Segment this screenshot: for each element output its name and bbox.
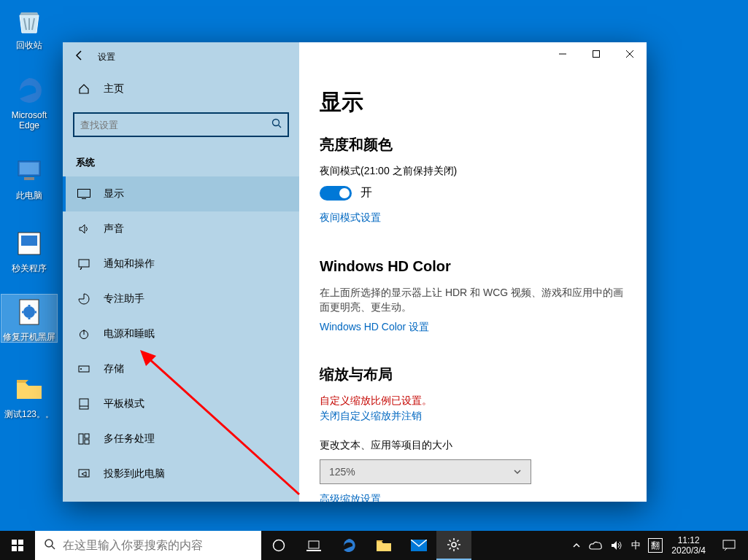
- content-pane: 显示 亮度和颜色 夜间模式(21:00 之前保持关闭) 开 夜间模式设置 Win…: [299, 71, 647, 502]
- start-button[interactable]: [0, 531, 35, 560]
- gear-script-icon: [12, 295, 47, 330]
- tray-ime-mode[interactable]: 翻: [648, 538, 663, 553]
- sound-icon: [76, 223, 92, 235]
- section-hd-color: Windows HD Color: [320, 258, 626, 275]
- svg-rect-4: [21, 236, 37, 246]
- nav-project[interactable]: 投影到此电脑: [63, 456, 299, 491]
- svg-rect-24: [18, 546, 23, 551]
- tablet-icon: [76, 398, 92, 410]
- close-button[interactable]: [613, 43, 647, 65]
- svg-rect-22: [18, 540, 23, 545]
- svg-rect-21: [12, 540, 17, 545]
- app-icon: [12, 226, 47, 261]
- svg-rect-14: [80, 399, 88, 409]
- search-input[interactable]: [74, 120, 266, 131]
- night-mode-label: 夜间模式(21:00 之前保持关闭): [320, 165, 626, 178]
- project-icon: [76, 468, 92, 480]
- search-box[interactable]: [73, 112, 289, 137]
- recycle-bin-icon: [12, 3, 47, 38]
- tray-ime-lang[interactable]: 中: [627, 531, 645, 560]
- nav-tablet[interactable]: 平板模式: [63, 386, 299, 421]
- desktop-icon-this-pc[interactable]: 此电脑: [1, 153, 57, 201]
- tray-volume[interactable]: [606, 531, 627, 560]
- nav-power[interactable]: 电源和睡眠: [63, 316, 299, 351]
- search-icon: [44, 538, 55, 553]
- toggle-state: 开: [360, 185, 372, 201]
- nav-storage[interactable]: 存储: [63, 351, 299, 386]
- folder-icon: [12, 372, 47, 407]
- section-brightness: 亮度和颜色: [320, 135, 626, 155]
- titlebar[interactable]: 设置: [63, 42, 647, 71]
- svg-rect-15: [79, 434, 83, 444]
- edge-icon: [12, 73, 47, 108]
- cortana-button[interactable]: [261, 531, 296, 560]
- svg-rect-9: [78, 190, 90, 198]
- svg-point-13: [80, 368, 82, 370]
- taskbar: 在这里输入你要搜索的内容 中 翻 11:12 2020/3/4: [0, 531, 748, 560]
- windows-icon: [12, 540, 23, 551]
- text-size-label: 更改文本、应用等项目的大小: [320, 439, 626, 452]
- taskbar-edge[interactable]: [331, 531, 366, 560]
- advanced-scale-link[interactable]: 高级缩放设置: [320, 493, 381, 502]
- multitask-icon: [76, 433, 92, 445]
- nav-focus[interactable]: 专注助手: [63, 281, 299, 316]
- svg-rect-17: [85, 440, 89, 444]
- scale-dropdown[interactable]: 125%: [320, 459, 531, 484]
- svg-point-25: [45, 540, 53, 547]
- desktop-icon-edge[interactable]: Microsoft Edge: [1, 73, 57, 131]
- settings-window: 设置 主页 系统 显示 声音: [63, 42, 647, 502]
- section-scale: 缩放与布局: [320, 365, 626, 384]
- power-icon: [76, 328, 92, 340]
- svg-point-26: [274, 540, 285, 551]
- tray-clock[interactable]: 11:12 2020/3/4: [666, 535, 712, 556]
- notification-icon: [76, 258, 92, 270]
- night-mode-toggle[interactable]: [320, 186, 352, 201]
- svg-rect-10: [79, 260, 89, 267]
- desktop-icon-shutdown[interactable]: 秒关程序: [1, 226, 57, 273]
- svg-rect-7: [593, 51, 600, 58]
- disable-custom-scale-link[interactable]: 关闭自定义缩放并注销: [320, 410, 422, 423]
- svg-rect-2: [24, 177, 34, 180]
- taskbar-search[interactable]: 在这里输入你要搜索的内容: [35, 531, 261, 560]
- home-icon: [76, 83, 92, 95]
- storage-icon: [76, 363, 92, 375]
- chevron-down-icon: [513, 467, 522, 476]
- desktop-icon-recycle-bin[interactable]: 回收站: [1, 3, 57, 50]
- nav-display[interactable]: 显示: [63, 176, 299, 211]
- maximize-button[interactable]: [579, 43, 613, 65]
- desktop-icon-folder[interactable]: 测试123。。: [1, 372, 57, 419]
- minimize-button[interactable]: [546, 43, 579, 65]
- search-placeholder: 在这里输入你要搜索的内容: [63, 538, 203, 553]
- action-center-button[interactable]: [712, 540, 747, 551]
- taskbar-mail[interactable]: [401, 531, 436, 560]
- tray-onedrive[interactable]: [585, 531, 606, 560]
- svg-rect-23: [12, 546, 17, 551]
- nav-notifications[interactable]: 通知和操作: [63, 246, 299, 281]
- sidebar: 主页 系统 显示 声音 通知和操作 专注助手: [63, 71, 299, 502]
- pc-icon: [12, 153, 47, 188]
- tray-overflow[interactable]: [568, 531, 585, 560]
- back-button[interactable]: [69, 50, 90, 64]
- search-icon: [266, 118, 288, 131]
- custom-scale-warning: 自定义缩放比例已设置。: [320, 394, 626, 408]
- display-icon: [76, 189, 92, 199]
- svg-rect-16: [85, 434, 89, 438]
- taskbar-settings[interactable]: [436, 531, 471, 560]
- taskbar-explorer[interactable]: [366, 531, 401, 560]
- svg-rect-30: [723, 540, 735, 548]
- page-heading: 显示: [320, 88, 626, 117]
- svg-point-8: [273, 120, 279, 126]
- nav-sound[interactable]: 声音: [63, 211, 299, 246]
- home-link[interactable]: 主页: [63, 71, 299, 106]
- desktop-icon-repair[interactable]: 修复开机黑屏: [1, 295, 57, 342]
- svg-rect-1: [20, 163, 39, 174]
- svg-point-29: [452, 542, 456, 547]
- hd-color-settings-link[interactable]: Windows HD Color 设置: [320, 321, 429, 334]
- svg-point-6: [23, 306, 35, 318]
- nav-group-label: 系统: [63, 146, 299, 176]
- window-title: 设置: [98, 51, 115, 63]
- system-tray: 中 翻 11:12 2020/3/4: [568, 531, 748, 560]
- nav-multitask[interactable]: 多任务处理: [63, 421, 299, 456]
- task-view-button[interactable]: [296, 531, 331, 560]
- night-mode-settings-link[interactable]: 夜间模式设置: [320, 211, 381, 225]
